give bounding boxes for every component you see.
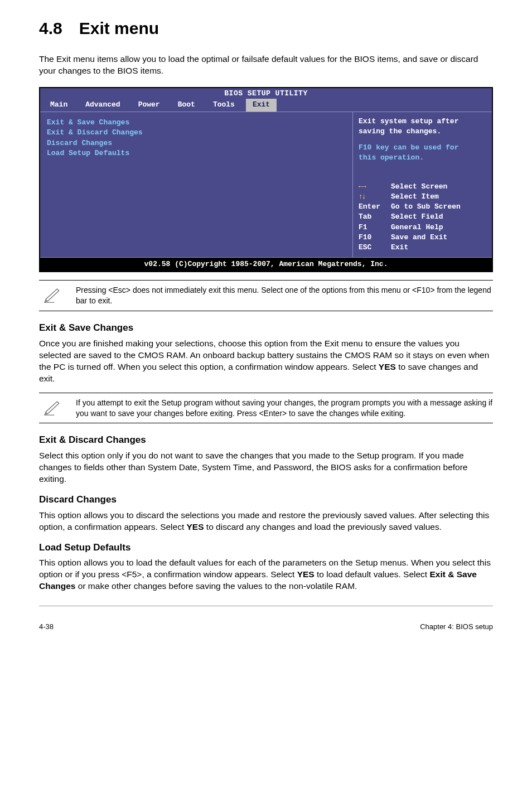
page-number: 4-38: [39, 622, 54, 632]
bios-key-legend: ←→Select Screen ↑↓Select Item EnterGo to…: [359, 182, 486, 253]
bios-legend-label: Exit: [391, 243, 408, 253]
bios-legend-row: TabSelect Field: [359, 212, 486, 222]
bios-body: Exit & Save Changes Exit & Discard Chang…: [40, 112, 492, 257]
note-text: If you attempt to exit the Setup program…: [66, 398, 493, 419]
heading-number: 4.8: [39, 17, 62, 40]
bios-copyright-footer: v02.58 (C)Copyright 1985-2007, American …: [40, 257, 492, 271]
bios-legend-row: ESCExit: [359, 243, 486, 253]
intro-paragraph: The Exit menu items allow you to load th…: [39, 54, 493, 77]
note-block: Pressing <Esc> does not immediately exit…: [39, 280, 493, 311]
section-heading-discard-exit: Exit & Discard Changes: [39, 433, 493, 447]
bios-menu-item: Discard Changes: [47, 138, 346, 148]
section-heading-save: Exit & Save Changes: [39, 321, 493, 335]
bios-legend-row: ←→Select Screen: [359, 182, 486, 192]
bios-menu-item: Exit & Save Changes: [47, 118, 346, 128]
bios-tab-main: Main: [43, 99, 74, 112]
bios-legend-key: Tab: [359, 212, 391, 222]
section-heading-defaults: Load Setup Defaults: [39, 541, 493, 554]
bios-help-line: F10 key can be used for: [359, 143, 486, 153]
bios-legend-row: F10Save and Exit: [359, 233, 486, 243]
section-body-defaults: This option allows you to load the defau…: [39, 557, 493, 592]
heading-title: Exit menu: [79, 17, 159, 40]
bios-legend-label: Go to Sub Screen: [391, 202, 461, 212]
bios-legend-row: EnterGo to Sub Screen: [359, 202, 486, 212]
bios-legend-label: Save and Exit: [391, 233, 447, 243]
section-heading-discard: Discard Changes: [39, 493, 493, 506]
bios-legend-label: Select Screen: [391, 182, 447, 192]
bios-legend-key: F1: [359, 223, 391, 233]
pencil-note-icon: [39, 285, 66, 303]
bios-tab-advanced: Advanced: [79, 99, 127, 112]
note-text: Pressing <Esc> does not immediately exit…: [66, 285, 493, 306]
bios-help-line: saving the changes.: [359, 127, 486, 137]
bios-legend-label: Select Field: [391, 212, 443, 222]
section-body-save: Once you are finished making your select…: [39, 338, 493, 385]
bios-legend-key: Enter: [359, 202, 391, 212]
arrows-lr-icon: ←→: [359, 182, 391, 192]
bios-tab-row: Main Advanced Power Boot Tools Exit: [40, 99, 492, 112]
bios-help-line: Exit system setup after: [359, 117, 486, 127]
bios-screenshot: BIOS SETUP UTILITY Main Advanced Power B…: [39, 87, 493, 273]
bios-tab-exit: Exit: [246, 99, 277, 112]
pencil-note-icon: [39, 398, 66, 416]
bios-legend-row: F1General Help: [359, 223, 486, 233]
bios-help-line: this operation.: [359, 153, 486, 163]
bios-help-text: Exit system setup after saving the chang…: [359, 117, 486, 163]
bios-tab-power: Power: [132, 99, 167, 112]
page-heading: 4.8 Exit menu: [39, 17, 493, 40]
page-footer: 4-38 Chapter 4: BIOS setup: [39, 606, 493, 632]
bios-legend-row: ↑↓Select Item: [359, 192, 486, 202]
bios-legend-label: General Help: [391, 223, 443, 233]
bios-tab-boot: Boot: [171, 99, 202, 112]
section-body-discard: This option allows you to discard the se…: [39, 510, 493, 533]
bios-title: BIOS SETUP UTILITY: [40, 88, 492, 99]
bios-legend-label: Select Item: [391, 192, 439, 202]
bios-tab-tools: Tools: [206, 99, 241, 112]
bios-legend-key: ESC: [359, 243, 391, 253]
chapter-label: Chapter 4: BIOS setup: [420, 622, 493, 632]
arrows-ud-icon: ↑↓: [359, 192, 391, 202]
bios-menu-item: Load Setup Defaults: [47, 148, 346, 158]
bios-right-panel: Exit system setup after saving the chang…: [352, 112, 492, 257]
section-body-discard-exit: Select this option only if you do not wa…: [39, 450, 493, 485]
bios-left-panel: Exit & Save Changes Exit & Discard Chang…: [40, 112, 352, 257]
bios-menu-item: Exit & Discard Changes: [47, 128, 346, 138]
note-block: If you attempt to exit the Setup program…: [39, 393, 493, 424]
bios-legend-key: F10: [359, 233, 391, 243]
